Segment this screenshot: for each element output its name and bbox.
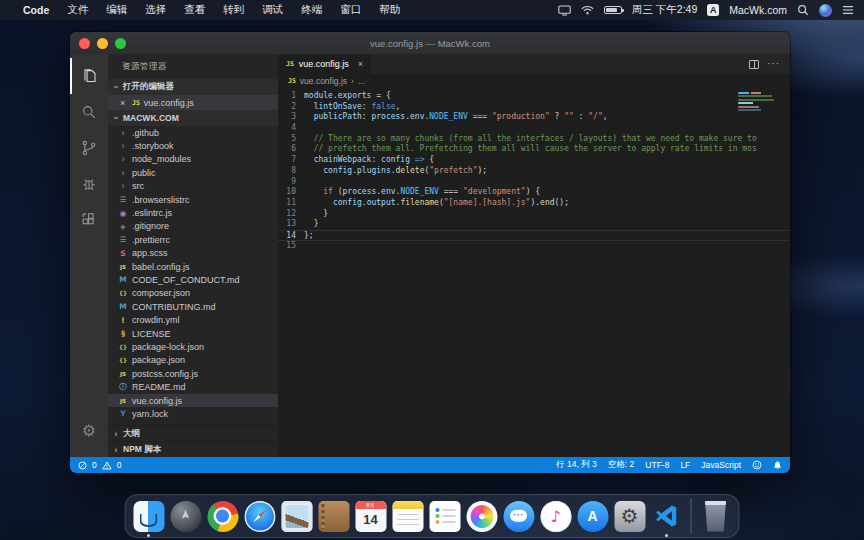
file-row-crowdin.yml[interactable]: !crowdin.yml <box>108 313 278 326</box>
status-item[interactable]: JavaScript <box>701 460 741 470</box>
window-title-bar[interactable]: vue.config.js — MacWk.com <box>70 32 790 54</box>
reminders-dock-icon[interactable] <box>429 498 461 534</box>
menu-item-文件[interactable]: 文件 <box>58 3 97 17</box>
zoom-window-button[interactable] <box>115 38 126 49</box>
errors-icon[interactable] <box>78 461 87 470</box>
safari-dock-icon[interactable] <box>244 498 276 534</box>
status-item[interactable]: 行 14, 列 3 <box>556 459 597 471</box>
file-row-composer.json[interactable]: {}composer.json <box>108 287 278 300</box>
menu-brand-text[interactable]: MacWk.com <box>729 4 787 16</box>
status-item[interactable]: 空格: 2 <box>608 459 634 471</box>
close-tab-icon[interactable]: × <box>358 59 363 69</box>
menu-item-查看[interactable]: 查看 <box>175 3 214 17</box>
display-icon[interactable] <box>558 5 571 16</box>
menu-clock[interactable]: 周三 下午2:49 <box>632 3 697 17</box>
menu-item-转到[interactable]: 转到 <box>214 3 253 17</box>
wifi-icon[interactable] <box>581 5 594 15</box>
code-line[interactable]: 14}; <box>278 230 790 241</box>
file-row-LICENSE[interactable]: §LICENSE <box>108 327 278 340</box>
trash-dock-icon[interactable] <box>700 498 732 534</box>
close-icon[interactable]: × <box>120 98 128 108</box>
mail-dock-icon[interactable] <box>281 498 313 534</box>
messages-dock-icon[interactable] <box>503 498 535 534</box>
notes-dock-icon[interactable] <box>392 498 424 534</box>
code-editor[interactable]: 1module.exports = {2 lintOnSave: false,3… <box>278 88 790 457</box>
bell-icon[interactable] <box>773 460 782 470</box>
code-line[interactable]: 1module.exports = { <box>278 91 790 102</box>
sysprefs-dock-icon[interactable] <box>614 498 646 534</box>
chrome-dock-icon[interactable] <box>207 498 239 534</box>
battery-icon[interactable] <box>604 6 622 14</box>
menu-item-选择[interactable]: 选择 <box>136 3 175 17</box>
extensions-icon[interactable] <box>70 202 108 238</box>
menu-item-编辑[interactable]: 编辑 <box>97 3 136 17</box>
file-row-package-lock.json[interactable]: {}package-lock.json <box>108 340 278 353</box>
code-line[interactable]: 8 config.plugins.delete("prefetch"); <box>278 166 790 177</box>
file-row-node_modules[interactable]: ›node_modules <box>108 153 278 166</box>
contacts-dock-icon[interactable] <box>318 498 350 534</box>
close-window-button[interactable] <box>79 38 90 49</box>
source-control-icon[interactable] <box>70 130 108 166</box>
code-line[interactable]: 3 publicPath: process.env.NODE_ENV === "… <box>278 112 790 123</box>
file-row-.gitignore[interactable]: ◈.gitignore <box>108 220 278 233</box>
code-line[interactable]: 11 config.output.filename("[name].[hash]… <box>278 198 790 209</box>
workspace-section-header[interactable]: › MACWK.COM <box>108 110 278 126</box>
warnings-icon[interactable] <box>102 461 112 470</box>
notification-center-icon[interactable] <box>842 5 854 15</box>
code-line[interactable]: 13 } <box>278 219 790 230</box>
status-item[interactable]: LF <box>680 460 690 470</box>
itunes-dock-icon[interactable] <box>540 498 572 534</box>
menu-app-name[interactable]: Code <box>14 4 58 16</box>
code-line[interactable]: 9 <box>278 177 790 188</box>
code-line[interactable]: 15 <box>278 241 790 252</box>
code-line[interactable]: 6 // prefetch them all. Prefetching them… <box>278 144 790 155</box>
file-row-.eslintrc.js[interactable]: ◉.eslintrc.js <box>108 206 278 219</box>
code-line[interactable]: 12 } <box>278 209 790 220</box>
breadcrumb-item[interactable]: vue.config.js <box>300 76 347 86</box>
tab-vue-config-js[interactable]: JS vue.config.js × <box>278 54 371 74</box>
siri-icon[interactable] <box>819 4 832 17</box>
file-row-package.json[interactable]: {}package.json <box>108 354 278 367</box>
breadcrumb-item[interactable]: ... <box>358 76 365 86</box>
minimize-window-button[interactable] <box>97 38 108 49</box>
finder-dock-icon[interactable] <box>133 498 165 534</box>
file-row-yarn.lock[interactable]: Yyarn.lock <box>108 407 278 420</box>
open-editors-section-header[interactable]: › 打开的编辑器 <box>108 79 278 95</box>
menu-item-终端[interactable]: 终端 <box>292 3 331 17</box>
menu-item-窗口[interactable]: 窗口 <box>331 3 370 17</box>
file-row-vue.config.js[interactable]: JSvue.config.js <box>108 394 278 407</box>
appstore-dock-icon[interactable]: A <box>577 498 609 534</box>
debug-icon[interactable] <box>70 166 108 202</box>
code-line[interactable]: 10 if (process.env.NODE_ENV === "develop… <box>278 187 790 198</box>
vscode-dock-icon[interactable] <box>651 498 683 534</box>
section-大纲[interactable]: ›大纲 <box>108 425 278 441</box>
file-row-src[interactable]: ›src <box>108 180 278 193</box>
open-editor-item[interactable]: × JS vue.config.js <box>108 95 278 110</box>
code-line[interactable]: 7 chainWebpack: config => { <box>278 155 790 166</box>
photos-dock-icon[interactable] <box>466 498 498 534</box>
file-row-.browserslistrc[interactable]: ☰.browserslistrc <box>108 193 278 206</box>
file-row-.storybook[interactable]: ›.storybook <box>108 139 278 152</box>
status-item[interactable]: UTF-8 <box>645 460 669 470</box>
input-source-icon[interactable]: A <box>707 4 719 16</box>
minimap[interactable] <box>738 92 776 138</box>
section-NPM 脚本[interactable]: ›NPM 脚本 <box>108 441 278 457</box>
search-icon[interactable] <box>797 4 809 16</box>
file-row-public[interactable]: ›public <box>108 166 278 179</box>
search-icon[interactable] <box>70 94 108 130</box>
file-row-README.md[interactable]: ⓘREADME.md <box>108 380 278 393</box>
settings-gear-icon[interactable]: ⚙ <box>70 413 108 449</box>
explorer-icon[interactable] <box>70 58 108 94</box>
file-row-CODE_OF_CONDUCT.md[interactable]: MCODE_OF_CONDUCT.md <box>108 273 278 286</box>
file-row-app.scss[interactable]: Sapp.scss <box>108 247 278 260</box>
file-row-CONTRIBUTING.md[interactable]: MCONTRIBUTING.md <box>108 300 278 313</box>
code-line[interactable]: 4 <box>278 123 790 134</box>
file-row-.prettierrc[interactable]: ☰.prettierrc <box>108 233 278 246</box>
file-row-babel.config.js[interactable]: JSbabel.config.js <box>108 260 278 273</box>
file-row-postcss.config.js[interactable]: JSpostcss.config.js <box>108 367 278 380</box>
split-editor-icon[interactable] <box>749 60 759 69</box>
breadcrumb[interactable]: JSvue.config.js›... <box>278 74 790 88</box>
code-line[interactable]: 2 lintOnSave: false, <box>278 102 790 113</box>
file-row-.github[interactable]: ›.github <box>108 126 278 139</box>
launchpad-dock-icon[interactable] <box>170 498 202 534</box>
